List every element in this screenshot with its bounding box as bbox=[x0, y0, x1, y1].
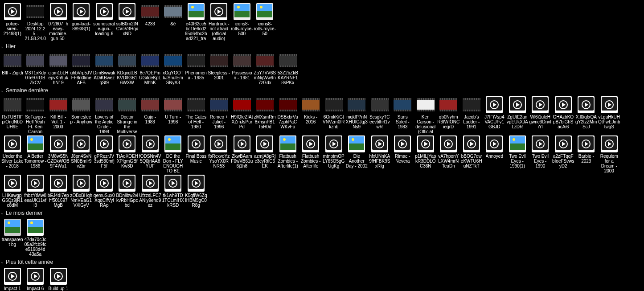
file-item[interactable]: mqklP7nNXHUlCJgj3Ns9 bbox=[345, 95, 369, 135]
file-item[interactable]: 6OmkKiGtVNVzm0IRkznb bbox=[322, 95, 345, 135]
file-item[interactable]: xGgYGOTkJSnulEmSNyA3 bbox=[162, 51, 185, 86]
file-item[interactable]: Impact 6 bbox=[24, 267, 47, 291]
file-item[interactable]: 47da70c3c05a2fcb9fce5198d4d43a5a bbox=[24, 218, 47, 257]
file-item[interactable]: Impact 1 bbox=[1, 267, 24, 291]
file-item[interactable]: Romeo + Juliet - 1996 bbox=[208, 95, 231, 135]
file-item[interactable]: zOBxBHqhNmVEaG1VXiGyV bbox=[70, 174, 93, 208]
file-item[interactable]: ZaY7VV6SmNqWw9n7zGdx bbox=[254, 51, 277, 86]
file-item[interactable]: Sleepless - 2001 bbox=[208, 51, 231, 86]
file-item[interactable]: X.l0iqfxQAgY2tzZMmScJ bbox=[575, 95, 598, 135]
file-item[interactable]: bBOG7qweKWTU6HuNZTkT bbox=[460, 135, 483, 174]
file-item[interactable]: DC the Don - FLY ENOUGH TO BE VIRGIL bbox=[162, 135, 185, 174]
file-item[interactable]: K5qfiW6ZqlHBM5gC0R8g bbox=[185, 174, 208, 208]
file-item[interactable]: Die Another Day - 2002 bbox=[345, 135, 369, 174]
file-item[interactable]: Under the Silver Lake - 2018 bbox=[1, 135, 24, 174]
file-item[interactable]: qemuSux0XqqClfVyiRAp bbox=[93, 174, 116, 208]
file-item[interactable]: The Gates of Hell - 1980 bbox=[185, 95, 208, 135]
file-item[interactable]: Doctor Strange in the Multiverse… bbox=[116, 95, 139, 135]
file-item[interactable]: &é bbox=[162, 2, 185, 41]
file-item[interactable]: ZkwBAamF0wVB61u6j1h8 bbox=[230, 135, 254, 174]
file-item[interactable]: Flatbush Zombies - Afterlife(1) bbox=[276, 135, 299, 174]
file-item[interactable]: vLguHkUHQtFwEJmbtwgS bbox=[598, 95, 621, 135]
file-label: DSBxbrVu7zphPaCWKvFp bbox=[277, 115, 299, 129]
file-item[interactable]: ssIB0m2tNCVcV3HqxxND bbox=[116, 2, 139, 41]
group-header[interactable]: ⌄Hier bbox=[0, 41, 644, 51]
file-item[interactable]: Cujo - 1983 bbox=[139, 95, 162, 135]
file-item[interactable]: BDnilbw2vlkvRbHGpcbd bbox=[116, 174, 139, 208]
file-item[interactable]: hfxUNnKA9fHFBK9SxRlg bbox=[368, 135, 391, 174]
file-item[interactable]: uhbVrp5JVFF8n0lmeAFB bbox=[70, 51, 93, 86]
file-item[interactable]: Barbie - 2023 bbox=[575, 135, 598, 174]
group-header[interactable]: ⌄Semaine dernière bbox=[0, 86, 644, 95]
file-item[interactable]: M3T1xKdy0Te97rGBZkCV bbox=[24, 51, 47, 86]
file-item[interactable]: police-siren-21498(1) bbox=[1, 2, 24, 41]
file-item[interactable]: gPRezrJV3sd530mfjF5f bbox=[93, 135, 116, 174]
file-item[interactable]: Annoyed bbox=[483, 135, 506, 174]
file-item[interactable]: icons8-rolls-royce-500 bbox=[230, 2, 254, 41]
file-item[interactable]: BlII - Zigidi bbox=[1, 51, 24, 86]
file-item[interactable]: Build up 1 bbox=[47, 267, 70, 291]
file-item[interactable]: ScsgkyTCeevblhrl1vwR bbox=[368, 95, 391, 135]
file-item[interactable]: zMXsmRm8xhsnFB1TaH0d bbox=[254, 95, 277, 135]
file-item[interactable]: fODSNn4V5Q0jrlAA8YUF bbox=[139, 135, 162, 174]
file-item[interactable]: LHKawgpjG5Qz9jR1c8dM bbox=[1, 174, 24, 208]
video-file-icon bbox=[234, 135, 250, 152]
file-label: Hardrock - not afraid (official audio) bbox=[208, 21, 230, 41]
file-item[interactable]: J8pn4SvNSN0BmIr9vZbr bbox=[70, 135, 93, 174]
file-item[interactable]: fbRcxvoYzYsoYX0RNR53 bbox=[208, 135, 231, 174]
file-item[interactable]: Jacob's Ladder - 1991 bbox=[460, 95, 483, 135]
file-item[interactable]: H9IQleZIAtXZmJsPurPd bbox=[230, 95, 254, 135]
file-item[interactable]: 8e7QEPmUGifdeKpLMhhK bbox=[139, 51, 162, 86]
file-item[interactable]: UfzzsLFC7ANiy9ehq9ez bbox=[139, 174, 162, 208]
file-item[interactable]: e40f62cc5bc1fe6cd295d64bc2bad221_transpa… bbox=[185, 2, 208, 41]
file-item[interactable]: 53Z2bZkBKAYRNF18sPKx bbox=[276, 51, 299, 86]
file-item[interactable]: U Turn - 1998 bbox=[162, 95, 185, 135]
file-item[interactable]: J7IFiVsp4VACUFv1GBJD bbox=[483, 95, 506, 135]
file-item[interactable]: Requiem for a Dream - 2000 bbox=[598, 135, 621, 174]
file-item[interactable]: Somesleep - Anyhow bbox=[70, 95, 93, 135]
file-item[interactable]: qb0NyhmR3fWIONCiegrD bbox=[437, 95, 460, 135]
file-item[interactable]: transparent bg bbox=[1, 218, 24, 257]
file-item[interactable]: gun-load-88938(1) bbox=[70, 2, 93, 41]
file-item[interactable]: Two Evil Eyes - 1990(1) bbox=[506, 135, 529, 174]
file-item[interactable]: A Better Tomorrow - 1986 bbox=[24, 135, 47, 174]
file-item[interactable]: 072807_heavy-machine-gun-50-caliber-3976… bbox=[47, 2, 70, 41]
file-item[interactable]: ZgUtE2anvpEUkXJALzDR bbox=[506, 95, 529, 135]
file-item[interactable]: Hardrock - not afraid (official audio) bbox=[208, 2, 231, 41]
file-item[interactable]: cjam1bLHepvKh9ukhN19 bbox=[47, 51, 70, 86]
file-item[interactable]: mtnptmOPLY65O5gGUgKg bbox=[322, 135, 345, 174]
file-item[interactable]: Flatbush Zombies - Afterlife bbox=[299, 135, 323, 174]
file-item[interactable]: 4233 bbox=[139, 2, 162, 41]
file-item[interactable]: azmjA8pRjc3cyRtlC6EK bbox=[254, 135, 277, 174]
file-item[interactable]: Possession - 1981 bbox=[230, 51, 254, 86]
file-item[interactable]: Kill Bill - Vol. 1 - 2003 bbox=[47, 95, 70, 135]
file-item[interactable]: p1MILjYapkR3DDLOC36N bbox=[414, 135, 437, 174]
file-item[interactable]: DjmBwwakADiKBwezqSt9 bbox=[93, 51, 116, 86]
file-item[interactable]: KDqxqtLBKVDlfGB16WXW bbox=[116, 51, 139, 86]
group-header[interactable]: ⌄Le mois dernier bbox=[0, 208, 644, 218]
file-item[interactable]: Lovers of the Arctic Circle - 1998 bbox=[93, 95, 116, 135]
file-item[interactable]: a2zFTqqFbIoeFSvwsyD2 bbox=[552, 135, 575, 174]
file-item[interactable]: SoFaygo - Hell Yeah Ft. Ken Carson [Offi… bbox=[24, 95, 47, 135]
file-item[interactable]: Phenomena - 1985 bbox=[185, 51, 208, 86]
file-item[interactable]: Two Evil Eyes - 1990 bbox=[529, 135, 552, 174]
file-item[interactable]: GHAzbKOpB7biGhSacAi6 bbox=[552, 95, 575, 135]
file-item[interactable]: fhbzYtMw8eeaUK11vfi3 bbox=[24, 174, 47, 208]
file-item[interactable]: DSBxbrVu7zphPaCWKvFp bbox=[276, 95, 299, 135]
file-item[interactable]: Desktop 2024.12.25 - 21.58.24.02 bbox=[24, 2, 47, 41]
file-item[interactable]: TtAoXOEHXPlgmGBfKw3D bbox=[116, 135, 139, 174]
file-item[interactable]: tk1wh9TD1TCLmIHXkRSD bbox=[162, 174, 185, 208]
file-item[interactable]: vA7hponYLXW4mrNTeaDn bbox=[437, 135, 460, 174]
file-item[interactable]: soundscrate-gun-loading-6 bbox=[93, 2, 116, 41]
file-item[interactable]: Sans Soleil - 1983 bbox=[391, 95, 414, 135]
file-item[interactable]: Final Boss Music bbox=[185, 135, 208, 174]
file-item[interactable]: Ken Carson - delusional (Official Music … bbox=[414, 95, 437, 135]
group-header[interactable]: ⌄Plus tôt cette année bbox=[0, 257, 644, 267]
file-item[interactable]: bEJ4dI7ephf501697MgB bbox=[47, 174, 70, 208]
file-item[interactable]: Wl6i1uleHgwnc3DnvIiYl bbox=[529, 95, 552, 135]
file-item[interactable]: 3M8wS5NGZDkWOB9F4Wu1 bbox=[47, 135, 70, 174]
file-item[interactable]: RxTUBTlFpiOndNbDUH9E bbox=[1, 95, 24, 135]
file-item[interactable]: Rimac - Nevera bbox=[391, 135, 414, 174]
file-item[interactable]: icons8-rolls-royce-50 bbox=[254, 2, 277, 41]
file-item[interactable]: Kicks - 2016 bbox=[299, 95, 323, 135]
